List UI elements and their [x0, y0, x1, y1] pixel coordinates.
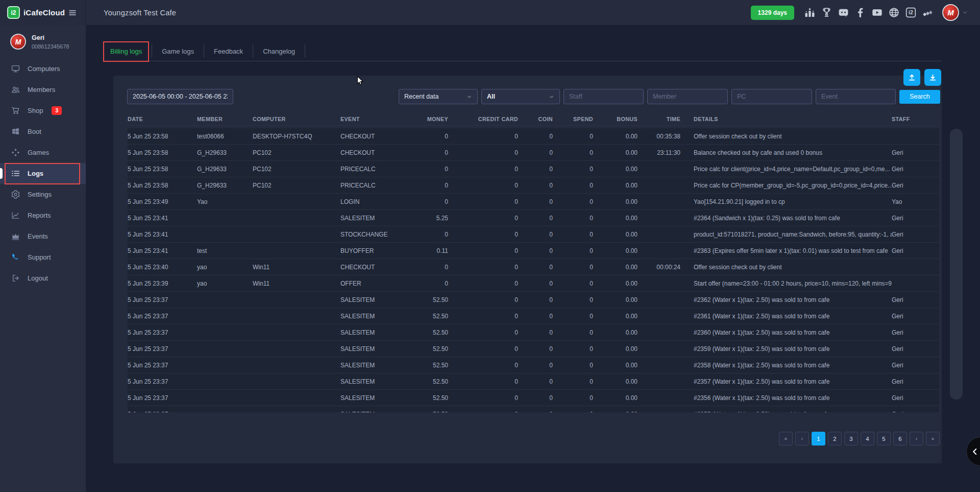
table-row[interactable]: 5 Jun 25 23:37SALESITEM52.500000.00#2357… [128, 373, 939, 390]
cell-event: SALESITEM [340, 394, 417, 402]
table-row[interactable]: 5 Jun 25 23:37SALESITEM52.500000.00#2362… [128, 292, 939, 308]
cell-coin: 0 [518, 345, 553, 353]
trophy-icon[interactable] [821, 7, 832, 18]
ranking-icon[interactable] [804, 7, 815, 18]
table-row[interactable]: 5 Jun 25 23:37SALESITEM52.500000.00#2361… [128, 308, 939, 324]
table-row[interactable]: 5 Jun 25 23:41SALESITEM5.250000.00#2364 … [128, 210, 939, 226]
cell-money: 52.50 [417, 345, 448, 353]
sidebar-item-label: Logout [28, 274, 48, 282]
tab-game-logs[interactable]: Game logs [155, 41, 201, 61]
sidebar-item-logout[interactable]: Logout [0, 268, 86, 289]
cell-spend: 0 [553, 329, 593, 336]
page-last[interactable]: » [926, 432, 940, 446]
page-3[interactable]: 3 [844, 432, 858, 446]
cell-member: G_H29633 [197, 149, 253, 156]
pc-input[interactable] [731, 89, 812, 104]
cell-computer: Win11 [253, 264, 340, 271]
page-next[interactable]: › [910, 432, 923, 446]
sidebar-item-label: Members [28, 86, 55, 93]
table-row[interactable]: 5 Jun 25 23:37SALESITEM52.500000.00#2359… [128, 341, 939, 357]
page-2[interactable]: 2 [828, 432, 842, 446]
cell-bonus: 0.00 [593, 362, 638, 369]
event-input[interactable] [816, 89, 896, 104]
tab-changelog[interactable]: Changelog [256, 41, 302, 61]
table-row[interactable]: 5 Jun 25 23:37SALESITEM52.500000.00#2356… [128, 390, 939, 406]
app-logo[interactable]: i2 iCafeCloud [7, 6, 65, 19]
member-input[interactable] [647, 89, 728, 104]
cell-details: #2357 (Water x 1)(tax: 2.50) was sold to… [680, 378, 892, 385]
table-row[interactable]: 5 Jun 25 23:58test06066DESKTOP-H7STC4QCH… [128, 128, 939, 145]
cards-icon[interactable] [922, 7, 933, 18]
cell-member: G_H29633 [197, 182, 253, 189]
type-select[interactable]: All [481, 89, 560, 104]
table-row[interactable]: 5 Jun 25 23:41testBUYOFFER0.110000.00#23… [128, 243, 939, 259]
sidebar-item-logs[interactable]: Logs [0, 163, 86, 184]
cell-details: #2362 (Water x 1)(tax: 2.50) was sold to… [680, 296, 892, 303]
table-row[interactable]: 5 Jun 25 23:58G_H29633PC102CHECKOUT00000… [128, 145, 939, 161]
cell-credit-card: 0 [448, 182, 518, 189]
cell-credit-card: 0 [448, 296, 518, 303]
cell-money: 52.50 [417, 329, 448, 336]
cell-time: 00:00:24 [638, 264, 680, 271]
table-row[interactable]: 5 Jun 25 23:39yaoWin11OFFER00000.00Start… [128, 275, 939, 292]
sidebar-user-block: M Geri 008612345678 [0, 25, 86, 50]
search-button[interactable]: Search [899, 90, 940, 104]
table-row[interactable]: 5 Jun 25 23:37SALESITEM52.500000.00#2358… [128, 357, 939, 373]
globe-icon[interactable] [889, 7, 899, 18]
sidebar-item-computers[interactable]: Computers [0, 58, 86, 79]
scrollbar-thumb[interactable] [950, 129, 963, 400]
sidebar-item-members[interactable]: Members [0, 79, 86, 100]
download-button[interactable] [924, 69, 941, 86]
sidebar-user-meta: Geri 008612345678 [32, 34, 69, 50]
table-row[interactable]: 5 Jun 25 23:58G_H29633PC102PRICECALC0000… [128, 161, 939, 177]
computers-icon [11, 64, 20, 73]
page-1[interactable]: 1 [812, 432, 825, 446]
menu-toggle-icon[interactable] [68, 9, 77, 17]
cell-credit-card: 0 [448, 362, 518, 369]
table-row[interactable]: 5 Jun 25 23:37SALESITEM52.500000.00#2360… [128, 324, 939, 341]
tab-billing-logs[interactable]: Billing logs [104, 41, 149, 61]
license-days-badge[interactable]: 1329 days [751, 6, 794, 20]
page-first[interactable]: « [779, 432, 793, 446]
page-5[interactable]: 5 [877, 432, 891, 446]
sidebar-item-shop[interactable]: Shop3 [0, 100, 86, 121]
cell-date: 5 Jun 25 23:37 [128, 296, 197, 303]
sidebar-item-events[interactable]: Events [0, 226, 86, 247]
user-menu[interactable]: M [942, 4, 968, 21]
page-prev[interactable]: ‹ [795, 432, 809, 446]
cell-event: SALESITEM [340, 411, 417, 413]
table-row[interactable]: 5 Jun 25 23:40yaoWin11CHECKOUT00000.0000… [128, 259, 939, 275]
shop-badge: 3 [52, 106, 62, 115]
avatar[interactable]: M [10, 34, 26, 50]
table-row[interactable]: 5 Jun 25 23:41STOCKCHANGE00000.00product… [128, 226, 939, 243]
recent-data-select[interactable]: Recent data [399, 89, 478, 104]
sidebar-item-reports[interactable]: Reports [0, 205, 86, 226]
brand-zone: i2 iCafeCloud [0, 0, 86, 25]
page-4[interactable]: 4 [861, 432, 874, 446]
cell-bonus: 0.00 [593, 166, 638, 173]
cell-event: PRICECALC [340, 166, 417, 173]
cell-staff: Geri [892, 149, 939, 156]
staff-input[interactable] [564, 89, 644, 104]
table-row[interactable]: 5 Jun 25 23:49YaoLOGIN00000.00Yao[154.21… [128, 194, 939, 210]
sidebar-item-label: Logs [28, 170, 43, 177]
upload-button[interactable] [903, 69, 920, 86]
sidebar-item-games[interactable]: Games [0, 142, 86, 163]
icafe-icon[interactable]: i2 [905, 7, 916, 18]
sidebar-item-boot[interactable]: Boot [0, 121, 86, 142]
cell-date: 5 Jun 25 23:37 [128, 362, 197, 369]
discord-icon[interactable] [838, 7, 849, 18]
table-row[interactable]: 5 Jun 25 23:37SALESITEM52.500000.00#2355… [128, 406, 939, 412]
date-range-input[interactable] [127, 89, 233, 104]
facebook-icon[interactable] [855, 7, 866, 18]
tab-feedback[interactable]: Feedback [207, 41, 250, 61]
sidebar-item-support[interactable]: Support [0, 247, 86, 268]
page-6[interactable]: 6 [893, 432, 907, 446]
cell-date: 5 Jun 25 23:39 [128, 280, 197, 287]
sidebar-item-settings[interactable]: Settings [0, 184, 86, 205]
youtube-icon[interactable] [872, 7, 883, 18]
billing-logs-card: Recent data All Search DATEMEMBERCOMPUTE… [113, 76, 942, 463]
column-header-computer: COMPUTER [253, 116, 340, 122]
cell-bonus: 0.00 [593, 280, 638, 287]
table-row[interactable]: 5 Jun 25 23:58G_H29633PC102PRICECALC0000… [128, 177, 939, 194]
